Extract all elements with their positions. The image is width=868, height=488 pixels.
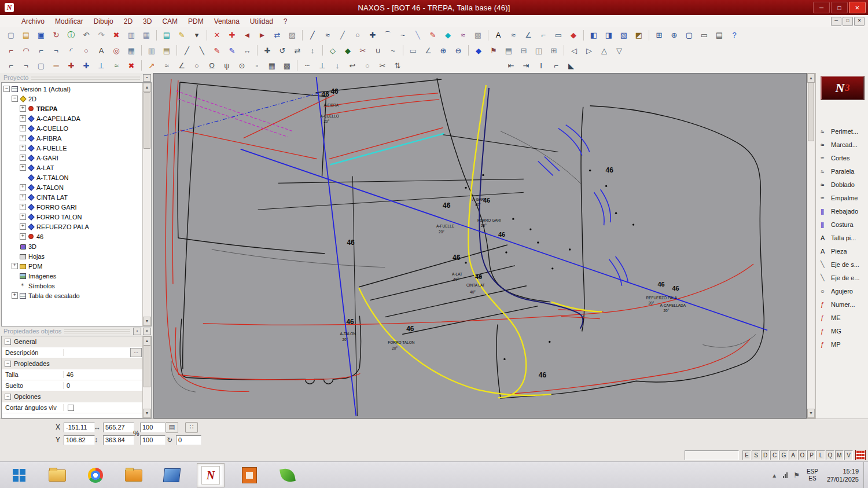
rotation-field[interactable]: 0 (176, 435, 201, 445)
prev-icon[interactable]: ◁ (567, 44, 581, 57)
mark-diamond-icon[interactable]: ◆ (567, 28, 580, 42)
prop-section-propiedades[interactable]: − Propiedades (2, 358, 151, 369)
zoom2-out-icon[interactable]: ⊖ (451, 44, 465, 57)
next-icon[interactable]: ▷ (582, 44, 596, 57)
zoom-in-icon[interactable]: ⊕ (667, 28, 681, 42)
blue-diamond-icon[interactable]: ◆ (472, 44, 486, 57)
tree-item-tabla-de-escalado[interactable]: +Tabla de escalado (2, 291, 151, 300)
status-letter-a[interactable]: A (789, 450, 797, 460)
box-light-icon[interactable]: ▫ (250, 59, 264, 72)
tree-expand-toggle[interactable]: − (3, 86, 10, 92)
scroll-down-icon[interactable]: ▼ (143, 409, 151, 418)
width-field[interactable]: 565.27 (103, 423, 134, 432)
measure2-icon[interactable]: ┄ (300, 59, 314, 72)
y-coordinate-field[interactable]: 106.82 (64, 435, 95, 445)
menu-modificar[interactable]: Modificar (50, 17, 89, 25)
rotate-icon[interactable]: ↺ (275, 44, 289, 57)
tree-item-hojas[interactable]: Hojas (2, 251, 151, 261)
flip-right-icon[interactable]: ► (255, 28, 269, 42)
flag-tool-icon[interactable]: ⚑ (487, 44, 501, 57)
more-button[interactable]: ... (130, 348, 142, 357)
paste-icon[interactable]: ▤ (160, 44, 174, 57)
drawing-canvas[interactable]: 4646A-FIBRAA-CUELLO20°4646A-GARI40°46A-F… (153, 73, 807, 419)
dims-icon[interactable]: ↔ (240, 44, 254, 57)
zoom-window-icon[interactable]: ⊞ (652, 28, 666, 42)
tool-marcad[interactable]: ≈Marcad... (816, 138, 868, 151)
page-icon[interactable]: ▢ (34, 59, 48, 72)
corner-cut-icon[interactable]: ¬ (49, 44, 63, 57)
segment-icon[interactable]: ╱ (336, 28, 350, 42)
maximize-button[interactable]: □ (831, 2, 848, 13)
taskbar-app-orange[interactable] (236, 464, 263, 487)
tree-expand-toggle[interactable]: + (20, 105, 26, 112)
protractor-icon[interactable]: ∠ (421, 44, 435, 57)
scroll-up-icon[interactable]: ▲ (807, 74, 815, 83)
line-icon[interactable]: ╱ (306, 28, 319, 42)
tree-item-3d[interactable]: 3D (2, 241, 151, 251)
tool-empalme[interactable]: ≈Empalme (816, 191, 868, 204)
scroll-up-icon[interactable]: ▲ (143, 83, 151, 92)
letter-a-icon[interactable]: A (94, 44, 108, 57)
hook-icon[interactable]: ↩ (345, 59, 359, 72)
tree-item-forro-gari[interactable]: +FORRO GARI (2, 202, 151, 212)
new-doc-icon[interactable]: ▢ (4, 28, 18, 42)
scroll-up-icon[interactable]: ▲ (143, 336, 151, 346)
tool-talla-pi[interactable]: ATalla pi... (816, 231, 868, 244)
help-icon[interactable]: ? (727, 28, 741, 42)
scroll-thumb[interactable] (144, 92, 150, 149)
tree-item-2d[interactable]: −2D (2, 94, 151, 104)
menu-utilidad[interactable]: Utilidad (245, 17, 278, 25)
status-letter-q[interactable]: Q (826, 450, 834, 460)
tree-item-a-t-talon[interactable]: A-T.TALON (2, 173, 151, 182)
height-tool-icon[interactable]: Ι (534, 59, 548, 72)
tree-expand-toggle[interactable]: + (20, 115, 26, 122)
tree-expand-toggle[interactable]: + (20, 184, 26, 190)
tool-agujero[interactable]: ○Agujero (816, 284, 868, 298)
scale-x-field[interactable]: 100 (140, 423, 165, 432)
tree-item-a-fuelle[interactable]: +A-FUELLE (2, 143, 151, 153)
tool-rebajado[interactable]: |||Rebajado (816, 204, 868, 218)
half-left-icon[interactable]: ◧ (587, 28, 601, 42)
status-letter-p[interactable]: P (807, 450, 816, 460)
tray-expand-icon[interactable]: ▲ (771, 472, 777, 479)
circle-small-icon[interactable]: ○ (190, 59, 204, 72)
scroll-thumb[interactable] (808, 82, 814, 141)
tree-expand-toggle[interactable]: + (20, 223, 26, 230)
slash1-icon[interactable]: ╱ (180, 44, 194, 57)
half-right-icon[interactable]: ◨ (602, 28, 616, 42)
angle2-icon[interactable]: ∠ (175, 59, 189, 72)
close-button[interactable]: ✕ (849, 2, 866, 13)
tree-item-im-genes[interactable]: Imágenes (2, 271, 151, 281)
cross-red-icon[interactable]: ✚ (225, 28, 239, 42)
box-grid-icon[interactable]: ▦ (265, 59, 279, 72)
tool-paralela[interactable]: ≈Paralela (816, 164, 868, 178)
pattern-icon[interactable]: ▩ (471, 28, 485, 42)
table-icon[interactable]: ▦ (139, 28, 153, 42)
move-icon[interactable]: ✚ (260, 44, 274, 57)
polyline-icon[interactable]: ≈ (321, 28, 334, 42)
menu-3d[interactable]: 3D (138, 17, 157, 25)
delete-icon[interactable]: ✖ (109, 28, 123, 42)
tree-item-trepa[interactable]: +TREPA (2, 104, 151, 113)
undo-icon[interactable]: ↶ (79, 28, 93, 42)
tool-eje-de-e[interactable]: ╲Eje de e... (816, 271, 868, 284)
tree-expand-toggle[interactable]: + (20, 194, 26, 200)
redo-icon[interactable]: ↷ (94, 28, 108, 42)
status-letter-g[interactable]: G (779, 450, 788, 460)
axis-corner-icon[interactable]: ⌐ (536, 28, 550, 42)
tree-item-cinta-lat[interactable]: +CINTA LAT (2, 192, 151, 202)
curve-nodes-icon[interactable]: ≈ (109, 59, 123, 72)
panel-grip[interactable] (64, 329, 130, 333)
tree-expand-toggle[interactable]: + (12, 263, 18, 269)
panel-close-icon[interactable]: ✕ (143, 328, 151, 335)
tree-item-a-lat[interactable]: +A-LAT (2, 163, 151, 173)
node-edit-icon[interactable]: ◇ (326, 44, 340, 57)
layers-icon[interactable]: ▤ (160, 28, 174, 42)
x-coordinate-field[interactable]: -151.11 (64, 423, 95, 432)
mirror-icon[interactable]: ◩ (632, 28, 646, 42)
snap-dots-icon[interactable]: ∷ (185, 422, 198, 433)
anchor-icon[interactable]: ⊥ (94, 59, 108, 72)
tree-item-a-capellada[interactable]: +A-CAPELLADA (2, 113, 151, 123)
menu-ventana[interactable]: Ventana (209, 17, 245, 25)
perp-icon[interactable]: ⊥ (315, 59, 329, 72)
